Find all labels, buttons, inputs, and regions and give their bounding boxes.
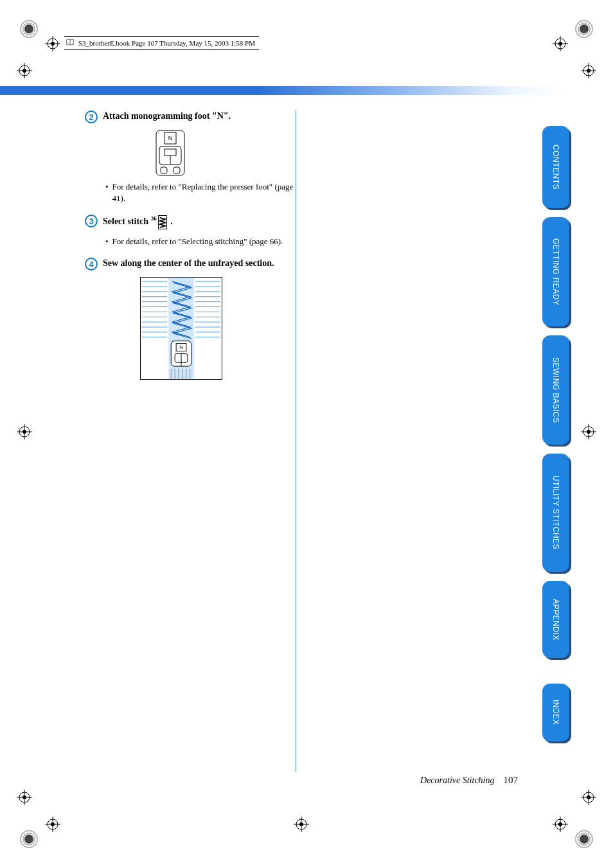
step-4-title: Sew along the center of the unfrayed sec… xyxy=(103,258,274,270)
sewing-diagram: N xyxy=(140,277,222,380)
bullet-dot-icon: • xyxy=(105,181,109,204)
step-3-bullet-text: For details, refer to "Selecting stitchi… xyxy=(112,236,283,247)
svg-point-27 xyxy=(22,69,26,73)
tab-getting-ready-label: GETTING READY xyxy=(551,238,560,306)
bullet-dot-icon: • xyxy=(105,236,109,247)
svg-point-15 xyxy=(558,822,562,826)
svg-point-35 xyxy=(22,795,26,799)
tab-utility-stitches-label: UTILITY STITCHES xyxy=(551,475,560,549)
book-icon xyxy=(66,38,75,48)
step-3-row: 3 Select stitch 36 . xyxy=(85,215,303,229)
registration-mark-icon xyxy=(581,63,596,78)
step-badge-4: 4 xyxy=(85,258,98,270)
step-2-number: 2 xyxy=(89,112,93,122)
tab-appendix[interactable]: APPENDIX xyxy=(542,581,569,658)
tab-contents[interactable]: CONTENTS xyxy=(542,126,569,208)
svg-rect-51 xyxy=(161,167,167,173)
step-2-bullet-text: For details, refer to "Replacing the pre… xyxy=(112,181,303,204)
svg-point-23 xyxy=(587,430,591,434)
step-3-title-prefix: Select stitch xyxy=(103,217,151,226)
step-3-stitch-number: 36 xyxy=(151,215,157,222)
svg-text:N: N xyxy=(179,344,183,350)
tab-getting-ready[interactable]: GETTING READY xyxy=(542,217,569,326)
step-3-title: Select stitch 36 . xyxy=(103,215,173,229)
stitch-36-icon xyxy=(158,215,167,229)
column-divider xyxy=(296,111,296,772)
step-4-number: 4 xyxy=(89,260,93,269)
step-2-title: Attach monogramming foot "N". xyxy=(103,111,231,123)
crop-target-tr xyxy=(574,19,594,39)
step-2-row: 2 Attach monogramming foot "N". xyxy=(85,111,303,123)
registration-mark-icon xyxy=(553,36,568,51)
book-header-line: S3_brotherE.book Page 107 Thursday, May … xyxy=(64,36,259,50)
svg-point-11 xyxy=(51,822,55,826)
registration-mark-icon xyxy=(45,36,60,51)
page-footer: Decorative Stitching 107 xyxy=(420,775,518,786)
step-3-title-suffix: . xyxy=(168,217,173,226)
registration-mark-icon xyxy=(17,63,32,78)
registration-mark-icon xyxy=(581,424,596,439)
header-gradient-bar xyxy=(0,86,569,95)
tab-index[interactable]: INDEX xyxy=(542,684,569,741)
tab-utility-stitches[interactable]: UTILITY STITCHES xyxy=(542,454,569,572)
tab-contents-label: CONTENTS xyxy=(551,145,560,190)
crop-target-br xyxy=(574,829,594,849)
content-left-column: 2 Attach monogramming foot "N". N • For … xyxy=(85,111,303,380)
svg-rect-49 xyxy=(164,149,176,155)
svg-point-19 xyxy=(22,430,26,434)
registration-mark-icon xyxy=(294,817,309,832)
tab-appendix-label: APPENDIX xyxy=(551,599,560,641)
svg-text:N: N xyxy=(168,135,173,141)
registration-mark-icon xyxy=(581,790,596,805)
tab-index-label: INDEX xyxy=(551,700,560,725)
svg-point-3 xyxy=(51,42,55,46)
footer-page-number: 107 xyxy=(504,775,519,786)
svg-point-39 xyxy=(587,795,591,799)
svg-rect-52 xyxy=(173,167,180,173)
crop-target-bl xyxy=(19,829,39,849)
step-3-bullet: • For details, refer to "Selecting stitc… xyxy=(105,236,303,247)
book-header-text: S3_brotherE.book Page 107 Thursday, May … xyxy=(78,39,255,47)
crop-target-tl xyxy=(19,19,39,39)
svg-point-31 xyxy=(587,69,591,73)
step-badge-3: 3 xyxy=(85,215,98,227)
footer-section-name: Decorative Stitching xyxy=(420,775,494,786)
registration-mark-icon xyxy=(553,817,568,832)
step-badge-2: 2 xyxy=(85,111,98,123)
presser-foot-n-diagram-icon: N xyxy=(155,130,185,176)
step-2-bullet: • For details, refer to "Replacing the p… xyxy=(105,181,303,204)
registration-mark-icon xyxy=(17,790,32,805)
registration-mark-icon xyxy=(45,817,60,832)
step-4-row: 4 Sew along the center of the unfrayed s… xyxy=(85,258,303,270)
side-tabs: CONTENTS GETTING READY SEWING BASICS UTI… xyxy=(542,126,569,741)
step-3-number: 3 xyxy=(89,217,93,226)
registration-mark-icon xyxy=(17,424,32,439)
svg-point-7 xyxy=(558,42,562,46)
tab-sewing-basics-label: SEWING BASICS xyxy=(551,357,560,423)
svg-point-43 xyxy=(299,822,303,826)
tab-sewing-basics[interactable]: SEWING BASICS xyxy=(542,335,569,445)
